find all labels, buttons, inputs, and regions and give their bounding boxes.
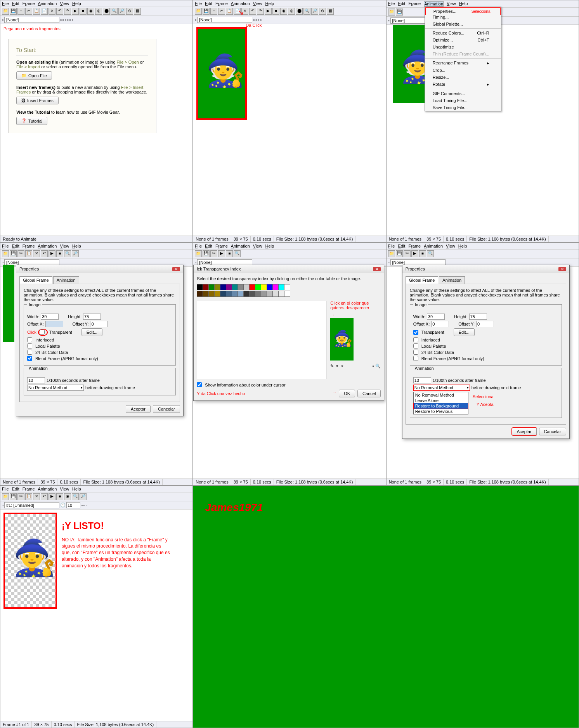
delay-input[interactable] xyxy=(413,377,431,383)
accept-button[interactable]: Aceptar xyxy=(126,405,151,413)
mi-timing[interactable]: Timing... xyxy=(425,14,501,21)
transparent-checkbox[interactable] xyxy=(413,330,418,335)
tool-icon[interactable]: ✦ xyxy=(335,364,339,369)
tb-save-icon[interactable]: 💾 xyxy=(10,8,17,15)
eyedropper-icon[interactable]: ✎ xyxy=(330,364,334,369)
tb-paste-icon[interactable]: 📄 xyxy=(41,8,48,15)
transparent-checkbox[interactable] xyxy=(40,329,45,335)
close-icon[interactable]: ✕ xyxy=(172,267,180,271)
ok-button[interactable]: OK xyxy=(339,390,355,397)
frame-select[interactable]: [None] xyxy=(4,17,59,23)
close-icon[interactable]: ✕ xyxy=(558,267,566,271)
tb-zoomin-icon[interactable]: 🔍 xyxy=(111,8,118,15)
height-input[interactable] xyxy=(469,314,487,320)
color-palette[interactable] xyxy=(197,284,381,297)
tb-cut-icon[interactable]: ✂ xyxy=(25,8,32,15)
height-input[interactable] xyxy=(83,314,101,320)
tab-animation[interactable]: Animation xyxy=(439,276,465,284)
cancel-button[interactable]: Cancel xyxy=(357,390,381,397)
tb-icon[interactable]: ▫ xyxy=(69,17,71,22)
mi-global-palette[interactable]: Global Palette... xyxy=(425,21,501,28)
delay-input[interactable] xyxy=(27,377,45,383)
offsetx-input[interactable] xyxy=(431,321,449,327)
sprite-preview[interactable] xyxy=(393,25,428,103)
tb-undo-icon[interactable]: ↶ xyxy=(56,8,63,15)
menu-animation-open[interactable]: Animation xyxy=(424,1,444,7)
tb-open-icon[interactable]: 📁 xyxy=(2,8,9,15)
mi-rearrange[interactable]: Rearrange Frames▸ xyxy=(425,59,501,67)
24bit-checkbox[interactable] xyxy=(27,350,32,355)
tb-icon[interactable]: ▦ xyxy=(134,8,141,15)
interlaced-checkbox[interactable] xyxy=(27,337,32,342)
tb-copy-icon[interactable]: 📋 xyxy=(33,8,40,15)
tb-icon[interactable]: ◉ xyxy=(87,8,94,15)
mi-unoptimize[interactable]: Unoptimize xyxy=(425,43,501,50)
open-file-button[interactable]: 📁 Open File xyxy=(16,71,52,80)
width-input[interactable] xyxy=(41,314,59,320)
mi-reduce-colors[interactable]: Reduce Colors...Ctrl+R xyxy=(425,29,501,36)
tab-global-frame[interactable]: Global Frame xyxy=(406,276,439,284)
dd-option[interactable]: Restore to Previous xyxy=(414,409,468,414)
menu-file[interactable]: File xyxy=(2,1,9,6)
link-file-open[interactable]: File > Open xyxy=(117,60,139,64)
tb-zoomout-icon[interactable]: 🔎 xyxy=(118,8,125,15)
local-palette-checkbox[interactable] xyxy=(27,343,32,348)
frame-select[interactable]: #1: [Unnamed] xyxy=(4,502,59,508)
mi-rotate[interactable]: Rotate▸ xyxy=(425,81,501,88)
color-pick-area[interactable] xyxy=(197,301,326,379)
close-icon[interactable]: ✕ xyxy=(373,267,381,271)
24bit-checkbox[interactable] xyxy=(413,350,418,355)
tb-icon[interactable]: ▫ xyxy=(65,17,66,22)
dd-option[interactable]: Leave Alone xyxy=(414,398,468,403)
mi-crop[interactable]: Crop... xyxy=(425,67,501,74)
menu-help[interactable]: Help xyxy=(72,1,81,6)
accept-button[interactable]: Aceptar xyxy=(512,428,537,435)
tb-icon[interactable]: ▫ xyxy=(71,17,73,22)
tb-icon[interactable]: ▫ xyxy=(67,17,69,22)
dd-option[interactable]: No Removal Method xyxy=(414,392,468,398)
mi-load-timing[interactable]: Load Timing File... xyxy=(425,97,501,104)
clock-icon[interactable]: 🕐 xyxy=(60,503,66,508)
mi-resize[interactable]: Resize... xyxy=(425,74,501,81)
tb-play-icon[interactable]: ▶ xyxy=(72,8,79,15)
removal-select[interactable]: No Removal Method xyxy=(413,385,470,391)
offsety-input[interactable] xyxy=(90,321,108,327)
mi-save-timing[interactable]: Save Timing File... xyxy=(425,104,501,111)
insert-frames-button[interactable]: 🖼 Insert Frames xyxy=(16,97,59,104)
tb-icon[interactable]: ▫ xyxy=(2,17,3,22)
link-file-import[interactable]: File > Import xyxy=(16,64,40,69)
dd-option-selected[interactable]: Restore to Background xyxy=(414,403,468,409)
blend-checkbox[interactable] xyxy=(27,356,32,361)
tab-animation[interactable]: Animation xyxy=(53,276,79,284)
tab-global-frame[interactable]: Global Frame xyxy=(19,276,52,284)
sprite-preview[interactable] xyxy=(196,27,247,120)
blend-checkbox[interactable] xyxy=(413,356,418,361)
edit-button[interactable]: Edit... xyxy=(454,328,475,336)
interlaced-checkbox[interactable] xyxy=(413,337,418,342)
tb-stop-icon[interactable]: ■ xyxy=(80,8,87,15)
cancel-button[interactable]: Cancelar xyxy=(153,405,180,413)
offsetx-input[interactable] xyxy=(45,321,63,327)
tb-zoom1-icon[interactable]: ⊙ xyxy=(126,8,133,15)
tutorial-button[interactable]: ❓ Tutorial xyxy=(16,117,47,125)
tb-icon[interactable]: ⬤ xyxy=(103,8,110,15)
offsety-input[interactable] xyxy=(476,321,494,327)
edit-button[interactable]: Edit... xyxy=(81,328,102,336)
local-palette-checkbox[interactable] xyxy=(413,343,418,348)
cancel-button[interactable]: Cancelar xyxy=(539,428,566,435)
removal-select[interactable]: No Removal Method xyxy=(27,385,84,391)
tb-delete-icon[interactable]: ✕ xyxy=(49,8,55,15)
tb-icon[interactable]: ▫ xyxy=(17,8,24,15)
tb-redo-icon[interactable]: ↷ xyxy=(64,8,71,15)
menu-view[interactable]: View xyxy=(60,1,69,6)
sprite-preview[interactable] xyxy=(330,318,354,361)
zoom-icon[interactable]: ▫ xyxy=(372,364,374,369)
menu-edit[interactable]: Edit xyxy=(12,1,19,6)
sprite-preview[interactable]: 🧙 xyxy=(3,513,57,609)
tb-icon[interactable]: ▫ xyxy=(60,17,62,22)
tool-icon[interactable]: ✧ xyxy=(340,364,344,369)
zoom-icon[interactable]: 🔍 xyxy=(375,364,381,369)
tb-icon[interactable]: ▫ xyxy=(62,17,64,22)
width-input[interactable] xyxy=(427,314,445,320)
mi-optimize[interactable]: Optimize...Ctrl+T xyxy=(425,36,501,43)
